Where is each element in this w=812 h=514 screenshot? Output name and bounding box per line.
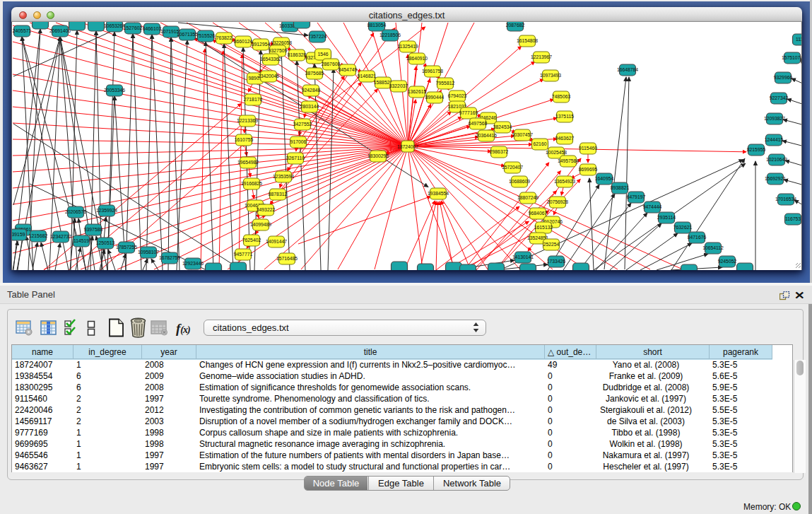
svg-text:14130141: 14130141 <box>512 255 534 259</box>
svg-text:17857255: 17857255 <box>116 245 137 250</box>
svg-text:39159: 39159 <box>12 232 25 237</box>
svg-text:1610755: 1610755 <box>235 137 254 142</box>
svg-text:1215682: 1215682 <box>29 233 48 238</box>
svg-text:10653267: 10653267 <box>104 23 125 28</box>
svg-text:3267110: 3267110 <box>286 156 305 160</box>
svg-text:15751074: 15751074 <box>782 55 802 60</box>
svg-text:13654923: 13654923 <box>554 179 575 184</box>
svg-text:10688609: 10688609 <box>509 179 530 184</box>
svg-text:1117: 1117 <box>796 37 802 42</box>
svg-text:9146821: 9146821 <box>358 74 377 78</box>
svg-text:18724007: 18724007 <box>397 144 418 149</box>
svg-text:6497568: 6497568 <box>469 121 488 126</box>
svg-text:8938821: 8938821 <box>611 185 630 190</box>
svg-text:20053346: 20053346 <box>104 88 125 93</box>
svg-text:62160: 62160 <box>534 141 547 146</box>
svg-text:1546: 1546 <box>317 52 328 57</box>
svg-text:7625402: 7625402 <box>242 238 261 243</box>
svg-text:2405571: 2405571 <box>13 28 32 33</box>
svg-text:12342737: 12342737 <box>50 234 71 239</box>
svg-text:23420046: 23420046 <box>258 74 279 78</box>
svg-text:9327509: 9327509 <box>269 48 288 53</box>
svg-text:12359924: 12359924 <box>96 208 117 213</box>
svg-text:2867608: 2867608 <box>322 62 341 66</box>
svg-text:6466103: 6466103 <box>143 26 162 31</box>
svg-text:10958107: 10958107 <box>138 250 159 255</box>
svg-text:9115460: 9115460 <box>579 146 597 151</box>
svg-text:14099489: 14099489 <box>250 222 271 227</box>
svg-text:15716485: 15716485 <box>276 256 298 261</box>
svg-text:10307457: 10307457 <box>512 132 533 137</box>
svg-text:19654982: 19654982 <box>237 160 259 165</box>
svg-text:763822: 763822 <box>216 35 233 40</box>
svg-text:8660124: 8660124 <box>234 39 253 44</box>
svg-text:16782759: 16782759 <box>159 255 180 260</box>
svg-text:9463627: 9463627 <box>555 136 575 141</box>
svg-text:7485063: 7485063 <box>552 94 571 99</box>
svg-text:14957584: 14957584 <box>558 158 579 163</box>
svg-text:20756928: 20756928 <box>547 199 568 204</box>
svg-text:12213967: 12213967 <box>531 54 552 59</box>
svg-text:18640910: 18640910 <box>406 56 428 61</box>
svg-text:15692921: 15692921 <box>765 176 786 181</box>
svg-text:10025458: 10025458 <box>546 150 567 155</box>
svg-text:3875685: 3875685 <box>305 71 324 76</box>
svg-text:114519: 114519 <box>73 238 89 243</box>
svg-text:10671355: 10671355 <box>177 32 198 37</box>
svg-text:917006: 917006 <box>290 139 307 144</box>
svg-text:14091447: 14091447 <box>266 239 287 244</box>
svg-text:252254: 252254 <box>543 242 560 247</box>
svg-text:19166825: 19166825 <box>241 181 262 186</box>
svg-text:8878312: 8878312 <box>269 192 288 197</box>
svg-text:20691406: 20691406 <box>49 28 71 33</box>
svg-text:3824534: 3824534 <box>493 124 512 129</box>
svg-text:9684067: 9684067 <box>529 211 548 216</box>
svg-text:1527602: 1527602 <box>124 25 143 30</box>
svg-text:7515526: 7515526 <box>196 33 216 38</box>
svg-text:16961758: 16961758 <box>422 69 443 74</box>
svg-text:20206576: 20206576 <box>65 209 86 214</box>
svg-text:10654112: 10654112 <box>702 245 724 250</box>
svg-text:16154808: 16154808 <box>517 38 538 43</box>
svg-text:7632621: 7632621 <box>673 225 693 230</box>
svg-text:18300295: 18300295 <box>367 153 389 158</box>
svg-text:116753: 116753 <box>785 216 801 221</box>
svg-text:12353594: 12353594 <box>273 174 294 179</box>
svg-text:12218506: 12218506 <box>379 33 401 37</box>
svg-text:1733426: 1733426 <box>547 259 566 264</box>
svg-text:16648784: 16648784 <box>617 67 638 72</box>
svg-text:8454749: 8454749 <box>339 67 358 72</box>
svg-text:1640954: 1640954 <box>595 176 614 181</box>
svg-text:11325419: 11325419 <box>397 44 418 49</box>
svg-text:9245052: 9245052 <box>718 259 737 264</box>
svg-text:2935114: 2935114 <box>657 215 676 220</box>
svg-text:1250513: 1250513 <box>96 240 115 245</box>
svg-text:10210643: 10210643 <box>766 157 787 162</box>
svg-text:1615132: 1615132 <box>534 225 553 230</box>
svg-text:3912954: 3912954 <box>252 42 271 47</box>
svg-text:20364416: 20364416 <box>476 133 497 138</box>
svg-text:9457771: 9457771 <box>234 252 253 257</box>
svg-text:16543362: 16543362 <box>260 57 281 62</box>
svg-text:2803144: 2803144 <box>300 104 319 109</box>
svg-text:8186328: 8186328 <box>288 52 307 57</box>
svg-text:7357224: 7357224 <box>308 34 327 39</box>
svg-text:1375115: 1375115 <box>555 114 574 119</box>
svg-text:1244415: 1244415 <box>765 137 784 142</box>
svg-text:3427552: 3427552 <box>293 122 312 127</box>
svg-text:9242848: 9242848 <box>302 88 321 93</box>
svg-text:9474444: 9474444 <box>643 204 662 209</box>
svg-text:8215955: 8215955 <box>747 147 766 152</box>
svg-text:2718176: 2718176 <box>244 97 263 102</box>
svg-text:8322037: 8322037 <box>389 83 408 88</box>
svg-text:7955812: 7955812 <box>436 81 455 86</box>
svg-text:3493222: 3493222 <box>257 207 276 212</box>
svg-text:8471676: 8471676 <box>688 235 707 240</box>
svg-text:1362615: 1362615 <box>408 89 427 94</box>
svg-text:10973493: 10973493 <box>540 73 561 78</box>
svg-text:17016534: 17016534 <box>775 197 796 201</box>
svg-text:2087682: 2087682 <box>506 23 525 28</box>
svg-text:2986372: 2986372 <box>490 149 509 154</box>
svg-text:19384554: 19384554 <box>428 191 449 196</box>
svg-text:12923446: 12923446 <box>182 261 204 266</box>
